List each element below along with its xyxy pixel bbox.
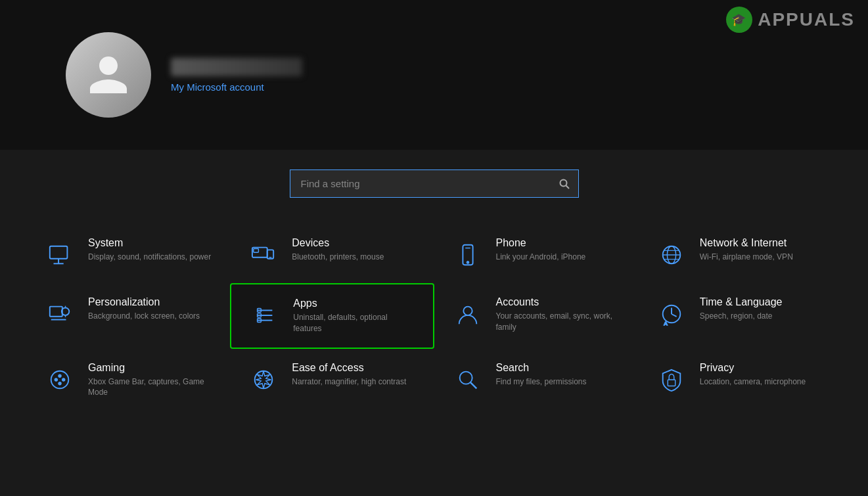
settings-main: System Display, sound, notifications, po… <box>0 150 868 431</box>
search-button[interactable] <box>550 169 579 198</box>
privacy-icon <box>656 365 687 395</box>
svg-rect-17 <box>50 307 62 317</box>
svg-point-33 <box>51 371 69 388</box>
settings-item-desc-search: Find my files, permissions <box>496 376 587 388</box>
avatar-icon <box>85 52 131 98</box>
settings-item-desc-time: Speech, region, date <box>700 311 783 322</box>
system-icon <box>45 240 75 270</box>
search-box <box>290 169 579 198</box>
settings-item-desc-privacy: Location, camera, microphone <box>700 376 806 388</box>
settings-item-text-system: System Display, sound, notifications, po… <box>88 237 211 263</box>
ease-icon <box>248 365 279 395</box>
devices-icon <box>248 240 279 270</box>
settings-item-desc-accounts: Your accounts, email, sync, work, family <box>496 311 620 333</box>
settings-item-privacy[interactable]: Privacy Location, camera, microphone <box>638 349 842 412</box>
settings-item-text-apps: Apps Uninstall, defaults, optional featu… <box>293 298 414 334</box>
search-input[interactable] <box>290 169 579 198</box>
search-icon <box>453 365 483 395</box>
settings-item-desc-gaming: Xbox Game Bar, captures, Game Mode <box>88 376 212 399</box>
settings-item-desc-ease: Narrator, magnifier, high contrast <box>292 376 406 388</box>
profile-name-blurred <box>171 58 302 76</box>
settings-item-title-gaming: Gaming <box>88 362 212 374</box>
time-icon: A <box>656 299 687 329</box>
svg-point-10 <box>467 261 468 263</box>
settings-item-text-accounts: Accounts Your accounts, email, sync, wor… <box>496 296 620 333</box>
settings-item-network[interactable]: Network & Internet Wi-Fi, airplane mode,… <box>638 224 842 283</box>
svg-rect-41 <box>668 380 675 386</box>
settings-item-text-personalization: Personalization Background, lock screen,… <box>88 296 200 322</box>
svg-line-40 <box>470 382 476 388</box>
watermark-icon: 🎓 <box>726 7 752 33</box>
ms-account-link[interactable]: My Microsoft account <box>171 81 302 93</box>
settings-item-title-privacy: Privacy <box>700 362 806 374</box>
svg-line-1 <box>566 185 569 189</box>
settings-item-devices[interactable]: Devices Bluetooth, printers, mouse <box>230 224 434 283</box>
settings-item-text-devices: Devices Bluetooth, printers, mouse <box>292 237 384 263</box>
settings-item-text-network: Network & Internet Wi-Fi, airplane mode,… <box>700 237 793 263</box>
apps-icon <box>250 300 280 330</box>
gaming-icon <box>45 365 75 395</box>
settings-item-text-gaming: Gaming Xbox Game Bar, captures, Game Mod… <box>88 362 212 399</box>
settings-item-desc-network: Wi-Fi, airplane mode, VPN <box>700 252 793 263</box>
settings-item-title-time: Time & Language <box>700 296 783 308</box>
settings-item-text-phone: Phone Link your Android, iPhone <box>496 237 586 263</box>
settings-item-text-search: Search Find my files, permissions <box>496 362 587 388</box>
settings-item-title-ease: Ease of Access <box>292 362 406 374</box>
settings-item-title-network: Network & Internet <box>700 237 793 249</box>
svg-rect-2 <box>50 246 68 259</box>
settings-item-phone[interactable]: Phone Link your Android, iPhone <box>434 224 638 283</box>
settings-item-desc-apps: Uninstall, defaults, optional features <box>293 312 414 334</box>
settings-item-time[interactable]: A Time & Language Speech, region, date <box>638 283 842 349</box>
settings-item-accounts[interactable]: Accounts Your accounts, email, sync, wor… <box>434 283 638 349</box>
watermark: 🎓 APPUALS <box>726 7 855 33</box>
svg-point-34 <box>55 378 57 381</box>
settings-item-title-phone: Phone <box>496 237 586 249</box>
svg-line-31 <box>672 314 677 317</box>
svg-point-37 <box>58 382 61 384</box>
avatar <box>66 32 151 118</box>
settings-item-title-search: Search <box>496 362 587 374</box>
settings-item-desc-personalization: Background, lock screen, colors <box>88 311 200 322</box>
settings-item-title-system: System <box>88 237 211 249</box>
settings-item-text-time: Time & Language Speech, region, date <box>700 296 783 322</box>
settings-item-system[interactable]: System Display, sound, notifications, po… <box>26 224 230 283</box>
settings-grid: System Display, sound, notifications, po… <box>0 224 868 411</box>
settings-item-apps[interactable]: Apps Uninstall, defaults, optional featu… <box>230 283 434 349</box>
personalization-icon <box>45 299 75 329</box>
settings-item-title-devices: Devices <box>292 237 384 249</box>
settings-item-desc-system: Display, sound, notifications, power <box>88 252 211 263</box>
svg-point-28 <box>463 307 472 315</box>
settings-item-text-privacy: Privacy Location, camera, microphone <box>700 362 806 388</box>
accounts-icon <box>453 299 483 329</box>
svg-point-0 <box>560 179 566 186</box>
network-icon <box>656 240 687 270</box>
profile-info: My Microsoft account <box>171 58 302 93</box>
search-icon <box>559 179 570 189</box>
settings-item-desc-devices: Bluetooth, printers, mouse <box>292 252 384 263</box>
settings-item-ease[interactable]: Ease of Access Narrator, magnifier, high… <box>230 349 434 412</box>
svg-point-36 <box>62 378 65 381</box>
svg-point-35 <box>58 374 61 377</box>
settings-item-text-ease: Ease of Access Narrator, magnifier, high… <box>292 362 406 388</box>
watermark-text: APPUALS <box>758 9 855 30</box>
settings-item-desc-phone: Link your Android, iPhone <box>496 252 586 263</box>
settings-item-title-accounts: Accounts <box>496 296 620 308</box>
settings-item-personalization[interactable]: Personalization Background, lock screen,… <box>26 283 230 349</box>
profile-section: 🎓 APPUALS My Microsoft account <box>0 0 868 150</box>
settings-item-gaming[interactable]: Gaming Xbox Game Bar, captures, Game Mod… <box>26 349 230 412</box>
settings-item-title-personalization: Personalization <box>88 296 200 308</box>
search-container <box>0 169 868 198</box>
settings-item-title-apps: Apps <box>293 298 414 309</box>
settings-item-search[interactable]: Search Find my files, permissions <box>434 349 638 412</box>
svg-rect-6 <box>254 249 259 253</box>
phone-icon <box>453 240 483 270</box>
